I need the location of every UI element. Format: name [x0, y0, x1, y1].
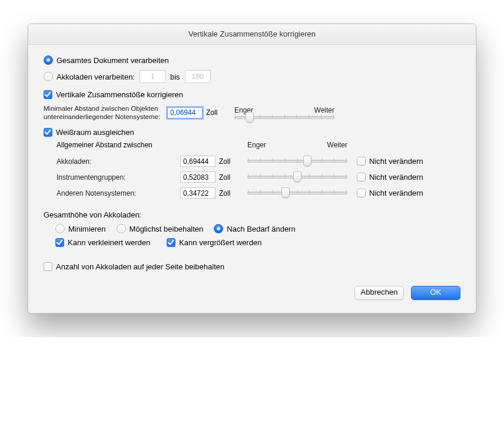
whitespace-value-field[interactable] — [180, 156, 215, 167]
checkbox-keep-system-count[interactable]: Anzahl von Akkoladen auf jeder Seite bei… — [44, 262, 224, 271]
min-distance-field[interactable] — [167, 107, 203, 118]
radio-process-full-document-label: Gesamtes Dokument verarbeiten — [57, 56, 169, 65]
whitespace-value-field[interactable] — [180, 187, 215, 199]
checkbox-can-shrink[interactable]: Kann verkleinert werden — [55, 238, 150, 247]
whitespace-slider-block — [247, 176, 347, 179]
checkbox-dont-change[interactable]: Nicht verändern — [357, 173, 423, 182]
checkbox-whitespace[interactable]: Weißraum ausgleichen — [44, 128, 134, 137]
whitespace-slider-block — [247, 192, 347, 194]
whitespace-row-label: Anderen Notensystemen: — [57, 189, 180, 197]
whitespace-unit: Zoll — [219, 189, 236, 197]
radio-height-minimize[interactable]: Minimieren — [55, 224, 106, 233]
whitespace-slider-block — [247, 160, 347, 163]
whitespace-row-label: Akkoladen: — [57, 157, 180, 166]
min-distance-slider[interactable] — [234, 116, 334, 119]
checkbox-can-grow[interactable]: Kann vergrößert werden — [167, 238, 261, 247]
checkbox-dont-change-label: Nicht verändern — [369, 173, 423, 182]
checkbox-dont-change-label: Nicht verändern — [369, 157, 423, 166]
whitespace-unit: Zoll — [219, 157, 236, 166]
checkbox-fix-collisions-label: Vertikale Zusammenstöße korrigieren — [56, 90, 183, 99]
dialog-content: Gesamtes Dokument verarbeiten Akkoladen … — [28, 45, 476, 313]
checkbox-dont-change[interactable]: Nicht verändern — [357, 157, 423, 166]
checkbox-dont-change[interactable]: Nicht verändern — [357, 189, 423, 197]
cancel-button[interactable]: Abbrechen — [354, 286, 404, 300]
whitespace-row: Anderen Notensystemen:ZollNicht veränder… — [57, 187, 460, 199]
whitespace-value-field[interactable] — [180, 172, 215, 183]
radio-height-keep[interactable]: Möglichst beibehalten — [117, 224, 204, 233]
radio-height-minimize-label: Minimieren — [68, 225, 106, 233]
min-distance-label: Minimaler Abstand zwischen Objekten unte… — [44, 104, 167, 121]
systems-from-field[interactable] — [140, 70, 165, 83]
whitespace-slider[interactable] — [247, 192, 347, 194]
checkbox-whitespace-label: Weißraum ausgleichen — [56, 128, 134, 137]
ok-button[interactable]: OK — [411, 286, 460, 300]
radio-height-change[interactable]: Nach Bedarf ändern — [214, 224, 295, 233]
whitespace-row: Akkoladen:ZollNicht verändern — [57, 156, 460, 167]
radio-process-systems[interactable]: Akkoladen verarbeiten: — [44, 72, 135, 81]
dialog-title: Vertikale Zusammenstöße korrigieren — [28, 24, 476, 45]
whitespace-slider[interactable] — [247, 160, 347, 163]
slider-label-wider: Weiter — [314, 106, 334, 114]
radio-height-keep-label: Möglichst beibehalten — [130, 225, 204, 233]
systems-to-label: bis — [170, 72, 180, 81]
whitespace-subtitle: Allgemeiner Abstand zwischen — [57, 141, 180, 149]
slider-label-wider-2: Weiter — [327, 141, 347, 149]
radio-process-systems-label: Akkoladen verarbeiten: — [57, 72, 135, 81]
dialog-window: Vertikale Zusammenstöße korrigieren Gesa… — [28, 24, 476, 314]
checkbox-can-shrink-label: Kann verkleinert werden — [68, 238, 150, 247]
checkbox-fix-collisions[interactable]: Vertikale Zusammenstöße korrigieren — [44, 90, 183, 99]
min-distance-unit: Zoll — [206, 108, 223, 117]
total-height-group-label: Gesamthöhe von Akkoladen: — [44, 210, 460, 219]
radio-height-change-label: Nach Bedarf ändern — [227, 225, 295, 233]
checkbox-dont-change-label: Nicht verändern — [369, 189, 423, 197]
checkbox-keep-system-count-label: Anzahl von Akkoladen auf jeder Seite bei… — [56, 262, 224, 271]
checkbox-can-grow-label: Kann vergrößert werden — [179, 238, 261, 247]
systems-to-field[interactable] — [185, 70, 211, 83]
whitespace-slider[interactable] — [247, 176, 347, 179]
min-distance-slider-block: Enger Weiter — [234, 106, 334, 119]
slider-label-tighter-2: Enger — [247, 141, 266, 149]
radio-process-full-document[interactable]: Gesamtes Dokument verarbeiten — [44, 55, 169, 65]
whitespace-unit: Zoll — [219, 173, 236, 182]
whitespace-row-label: Instrumentengruppen: — [57, 173, 180, 182]
whitespace-row: Instrumentengruppen:ZollNicht verändern — [57, 172, 460, 183]
